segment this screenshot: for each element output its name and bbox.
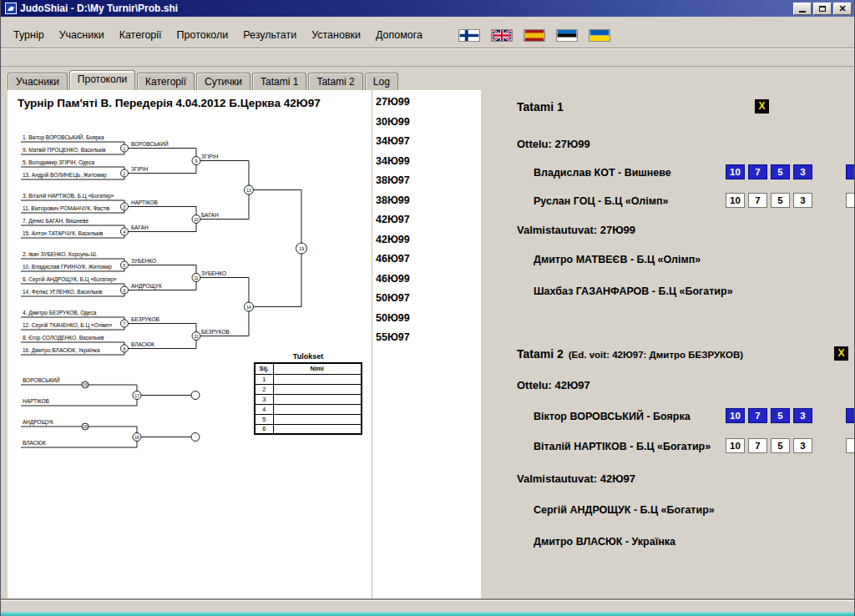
category-item[interactable]: 38Ю97 bbox=[376, 174, 481, 194]
menu-item-settings[interactable]: Установки bbox=[304, 27, 368, 43]
finland-flag-icon[interactable] bbox=[458, 29, 480, 42]
tab-tatami1[interactable]: Tatami 1 bbox=[252, 73, 306, 90]
tatami1-indicator-badge[interactable]: X bbox=[755, 99, 769, 114]
bracket-entry: 7. Денис БАГАН, Вишневе bbox=[23, 218, 89, 225]
repechage-entry: НАРТІКОВ bbox=[23, 398, 49, 404]
category-item[interactable]: 34Ю99 bbox=[376, 155, 481, 175]
match-number: 19 bbox=[299, 246, 304, 251]
match-number: 10 bbox=[194, 217, 199, 222]
score-button-7[interactable]: 7 bbox=[748, 438, 767, 453]
match-number: 6 bbox=[124, 288, 126, 293]
score-button-extra[interactable] bbox=[846, 438, 855, 453]
menu-item-help[interactable]: Допомога bbox=[368, 27, 430, 43]
match-number: 2 bbox=[124, 171, 126, 176]
score-button-3[interactable]: 3 bbox=[793, 164, 812, 179]
categories-list: 27Ю99 30Ю99 34Ю97 34Ю99 38Ю97 38Ю99 42Ю9… bbox=[372, 90, 481, 599]
repechage-entry: ВОРОВСЬКИЙ bbox=[23, 376, 60, 383]
score-button-3[interactable]: 3 bbox=[793, 408, 812, 423]
results-table: Sij. Nimi 1 2 3 4 5 6 bbox=[254, 362, 362, 435]
results-header-name: Nimi bbox=[273, 363, 362, 374]
match-number: 15 bbox=[83, 382, 88, 387]
bracket-entry: 13. Андрій ВОЛИНЕЦЬ, Житомир bbox=[23, 172, 107, 179]
bracket-panel: Турнір Пам'яті В. Передерія 4.04.2012 Б.… bbox=[8, 90, 372, 599]
menu-item-tournament[interactable]: Турнір bbox=[6, 27, 52, 43]
bracket-entry: 2. Іван ЗУБЕНКО, Корсунь-Ш. bbox=[23, 251, 98, 258]
score-button-5[interactable]: 5 bbox=[771, 193, 790, 208]
bracket-entry: 8. Єгор СОЛОДЕНКО, Васильків bbox=[23, 335, 104, 341]
tab-protocols[interactable]: Протоколи bbox=[69, 70, 135, 90]
close-button[interactable]: ✕ bbox=[833, 3, 852, 15]
ukraine-flag-icon[interactable] bbox=[589, 29, 610, 42]
results-header-place: Sij. bbox=[255, 363, 273, 374]
round2-winner: БЕЗРУКОВ bbox=[201, 329, 230, 335]
match-number: 5 bbox=[124, 263, 126, 268]
tab-participants[interactable]: Учасники bbox=[8, 73, 68, 90]
maximize-icon bbox=[819, 6, 826, 12]
match-number: 4 bbox=[124, 230, 126, 235]
score-button-10[interactable]: 10 bbox=[726, 193, 745, 208]
tatami2-indicator-badge[interactable]: X bbox=[834, 346, 848, 361]
round1-winner: БАГАН bbox=[131, 225, 149, 230]
repechage-entry: АНДРОЩУК bbox=[23, 419, 53, 426]
toolbar bbox=[1, 48, 854, 67]
tab-log[interactable]: Log bbox=[365, 73, 398, 90]
tab-categories[interactable]: Категорії bbox=[137, 73, 195, 90]
score-button-10[interactable]: 10 bbox=[726, 438, 745, 453]
minimize-icon bbox=[799, 11, 806, 13]
score-button-extra[interactable] bbox=[846, 193, 855, 208]
menu-item-protocols[interactable]: Протоколи bbox=[169, 27, 236, 43]
category-item[interactable]: 42Ю97 bbox=[376, 214, 481, 234]
score-button-3[interactable]: 3 bbox=[793, 438, 812, 453]
score-button-5[interactable]: 5 bbox=[771, 164, 790, 179]
score-button-3[interactable]: 3 bbox=[793, 193, 812, 208]
score-button-extra[interactable] bbox=[846, 164, 855, 179]
category-item[interactable]: 50Ю99 bbox=[376, 312, 481, 332]
score-button-7[interactable]: 7 bbox=[748, 164, 767, 179]
bracket-entry: 5. Володимир ЗГІРІН, Одеса bbox=[23, 159, 95, 166]
bracket-entry: 15. Антон ТАТАРЧУК, Васильків bbox=[23, 230, 104, 236]
score-button-10[interactable]: 10 bbox=[726, 408, 745, 423]
bracket-entry: 3. Віталій НАРТІКОВ, Б.Ц «Богатир» bbox=[23, 193, 114, 199]
round1-winner: ВЛАСЮК bbox=[131, 341, 154, 347]
bracket-entry: 6. Сергій АНДРОЩУК, Б.Ц «Богатир» bbox=[23, 276, 117, 283]
category-item[interactable]: 27Ю99 bbox=[376, 96, 481, 116]
bracket-entry: 16. Дмитро ВЛАСЮК, Українка bbox=[23, 347, 100, 354]
menu-item-categories[interactable]: Категорії bbox=[112, 27, 169, 43]
score-button-7[interactable]: 7 bbox=[748, 193, 767, 208]
uk-flag-icon[interactable] bbox=[491, 29, 513, 42]
tab-fights[interactable]: Сутички bbox=[196, 73, 250, 90]
score-button-5[interactable]: 5 bbox=[771, 438, 790, 453]
tatami1-fighter1-name: Владислав КОТ - Вишневе bbox=[534, 167, 671, 179]
category-item[interactable]: 42Ю99 bbox=[376, 234, 481, 254]
score-button-10[interactable]: 10 bbox=[726, 164, 745, 179]
score-button-5[interactable]: 5 bbox=[771, 408, 790, 423]
category-item[interactable]: 50Ю97 bbox=[376, 292, 481, 312]
score-button-extra[interactable] bbox=[846, 408, 855, 423]
match-number: 8 bbox=[124, 346, 126, 351]
tatami2-title: Tatami 2(Ed. voit: 42Ю97: Дмитро БЕЗРУКО… bbox=[517, 347, 743, 361]
tournament-bracket: 1. Віктор ВОРОВСЬКИЙ, Боярка 9. Матвій П… bbox=[8, 90, 372, 599]
results-row: 3 bbox=[255, 394, 362, 404]
score-button-7[interactable]: 7 bbox=[748, 408, 767, 423]
round1-winner: НАРТІКОВ bbox=[131, 199, 158, 205]
bracket-entry: 4. Дмитро БЕЗРУКОВ, Одеса bbox=[23, 310, 97, 316]
tatami2-previous-winner: (Ed. voit: 42Ю97: Дмитро БЕЗРУКОВ) bbox=[569, 350, 743, 360]
category-item[interactable]: 34Ю97 bbox=[376, 135, 481, 155]
category-item[interactable]: 30Ю99 bbox=[376, 116, 481, 136]
minimize-button[interactable] bbox=[793, 3, 812, 15]
estonia-flag-icon[interactable] bbox=[556, 29, 578, 42]
maximize-button[interactable] bbox=[813, 3, 832, 15]
menu-item-results[interactable]: Результати bbox=[235, 27, 304, 43]
match-circle bbox=[191, 391, 200, 400]
category-item[interactable]: 38Ю99 bbox=[376, 194, 481, 215]
category-item[interactable]: 55Ю97 bbox=[376, 331, 481, 351]
spain-flag-icon[interactable] bbox=[524, 29, 545, 42]
menu-item-participants[interactable]: Учасники bbox=[52, 27, 112, 43]
category-item[interactable]: 46Ю99 bbox=[376, 273, 481, 293]
results-row: 1 bbox=[255, 374, 362, 384]
match-number: 11 bbox=[194, 275, 198, 280]
tab-tatami2[interactable]: Tatami 2 bbox=[308, 73, 362, 90]
tatami1-next-fighter1: Дмитро МАТВЕЄВ - Б.Ц «Олімп» bbox=[534, 254, 701, 265]
results-title: Tulokset bbox=[254, 352, 362, 361]
category-item[interactable]: 46Ю97 bbox=[376, 253, 481, 273]
